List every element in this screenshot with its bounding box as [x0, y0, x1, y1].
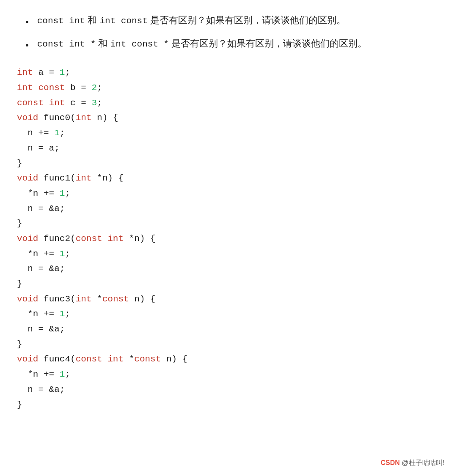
plain-1: a = — [33, 68, 60, 77]
code-block: int a = 1; int const b = 2; const int c … — [17, 61, 440, 416]
code-line-21: *n += 1; — [17, 367, 440, 382]
text-desc-1: 是否有区别？如果有区别，请谈谈他们的区别。 — [150, 15, 346, 25]
code-line-5: n += 1; — [17, 126, 440, 141]
code-line-20: void func4(const int *const n) { — [17, 352, 440, 367]
kw-const-2: const — [17, 98, 44, 108]
kw-const-4: const — [102, 294, 129, 304]
code-line-12: void func2(const int *n) { — [17, 231, 440, 246]
kw-void-5: void — [17, 354, 38, 364]
num-4: 1 — [54, 128, 60, 138]
kw-int-7: int — [76, 294, 92, 304]
kw-void-4: void — [17, 294, 38, 304]
kw-int-2: int — [17, 83, 33, 93]
text-he-2: 和 — [98, 38, 110, 49]
code-line-4: void func0(int n) { — [17, 110, 440, 126]
footer: CSDN @杜子咕咕叫! — [381, 459, 444, 468]
code-line-11: } — [17, 216, 440, 231]
text-he-1: 和 — [88, 15, 99, 25]
bullet-list: • const int 和 int const 是否有区别？如果有区别，请谈谈他… — [17, 13, 440, 52]
code-const-int-ptr: const int * — [37, 39, 96, 49]
kw-const-6: const — [134, 354, 161, 364]
num-5: 1 — [60, 189, 65, 198]
code-line-16: void func3(int *const n) { — [17, 292, 440, 307]
code-line-17: *n += 1; — [17, 306, 440, 322]
num-2: 2 — [91, 83, 97, 93]
kw-int-3: int — [49, 98, 65, 108]
code-int-const: int const — [99, 16, 147, 26]
code-line-7: } — [17, 156, 440, 171]
code-line-3: const int c = 3; — [17, 96, 440, 111]
bullet-dot-1: • — [25, 14, 29, 29]
code-line-19: } — [17, 337, 440, 352]
code-line-15: } — [17, 276, 440, 292]
kw-void-1: void — [17, 113, 38, 123]
num-8: 1 — [60, 369, 65, 379]
code-line-8: void func1(int *n) { — [17, 171, 440, 186]
kw-const-1: const — [38, 83, 65, 93]
kw-int-1: int — [17, 68, 33, 77]
num-7: 1 — [60, 309, 65, 319]
code-line-1: int a = 1; — [17, 65, 440, 80]
num-1: 1 — [60, 68, 65, 77]
bullet-item-1: • const int 和 int const 是否有区别？如果有区别，请谈谈他… — [25, 13, 440, 29]
bullet-content-1: const int 和 int const 是否有区别？如果有区别，请谈谈他们的… — [37, 13, 440, 28]
bullet-dot-2: • — [25, 38, 29, 52]
kw-int-8: int — [107, 354, 124, 364]
code-line-22: n = &a; — [17, 382, 440, 397]
footer-handle: @杜子咕咕叫! — [402, 459, 444, 466]
kw-int-6: int — [107, 234, 124, 243]
num-3: 3 — [91, 98, 97, 108]
code-const-int: const int — [37, 16, 85, 26]
kw-void-2: void — [17, 173, 38, 183]
footer-csdn: CSDN — [381, 459, 400, 466]
code-line-18: n = &a; — [17, 322, 440, 337]
kw-const-5: const — [76, 354, 102, 364]
code-line-2: int const b = 2; — [17, 80, 440, 96]
code-line-14: n = &a; — [17, 261, 440, 276]
code-line-9: *n += 1; — [17, 186, 440, 201]
kw-int-4: int — [76, 113, 92, 123]
code-line-10: n = &a; — [17, 201, 440, 216]
kw-void-3: void — [17, 234, 38, 243]
kw-int-5: int — [76, 173, 92, 183]
kw-const-3: const — [76, 234, 102, 243]
code-line-6: n = a; — [17, 141, 440, 156]
code-line-13: *n += 1; — [17, 246, 440, 262]
num-6: 1 — [60, 249, 65, 259]
code-line-23: } — [17, 397, 440, 413]
text-desc-2: 是否有区别？如果有区别，请谈谈他们的区别。 — [171, 38, 367, 49]
bullet-content-2: const int * 和 int const * 是否有区别？如果有区别，请谈… — [37, 36, 440, 52]
code-int-const-ptr: int const * — [110, 39, 169, 49]
bullet-item-2: • const int * 和 int const * 是否有区别？如果有区别，… — [25, 36, 440, 52]
